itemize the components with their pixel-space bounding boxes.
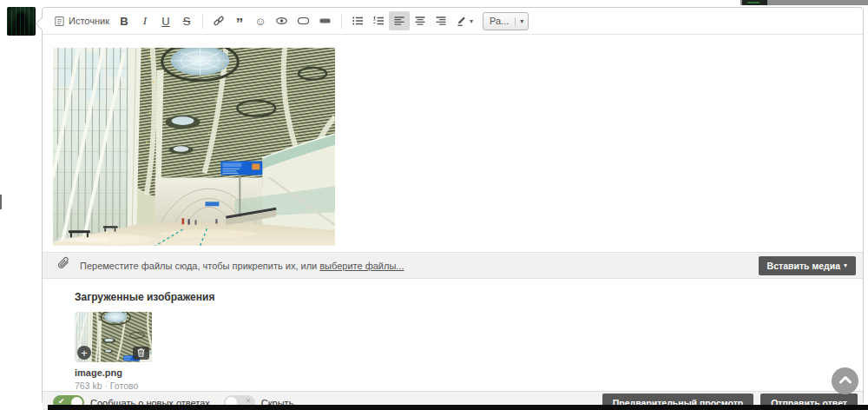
caret-down-icon: ▾ [515, 17, 528, 25]
uploads-section-title: Загруженные изображения [75, 291, 863, 303]
align-right-button[interactable] [431, 11, 451, 30]
uploaded-image-thumbnail[interactable]: + [75, 312, 152, 362]
plus-icon: + [81, 347, 88, 359]
text-color-button[interactable]: ▾ [451, 11, 477, 30]
preview-toggle-button[interactable] [271, 11, 293, 30]
smiley-icon: ☺ [254, 15, 266, 28]
user-avatar[interactable] [7, 7, 36, 36]
strikethrough-button[interactable]: S [176, 11, 197, 30]
choose-files-link[interactable]: выберите файлы... [319, 261, 404, 271]
marker-pen-icon [456, 15, 468, 27]
link-icon [213, 15, 225, 27]
numbered-list-button[interactable] [368, 11, 389, 30]
quote-icon: ” [236, 20, 244, 29]
caret-down-icon: ▾ [844, 261, 847, 269]
embedded-image[interactable] [53, 48, 335, 246]
editor-content-area[interactable] [43, 35, 863, 252]
left-edge-artifact [0, 195, 2, 209]
speech-bubble-icon [297, 15, 310, 27]
align-right-icon [435, 15, 447, 27]
align-left-icon [393, 15, 405, 27]
spoiler-button[interactable] [293, 11, 314, 30]
uploaded-file-meta: 763 kb · Готово [75, 380, 863, 391]
insert-media-label: Вставить медиа [767, 261, 840, 271]
source-icon [54, 16, 65, 27]
top-edge-artifact [740, 0, 868, 5]
top-edge-dark-block [742, 0, 767, 5]
source-button[interactable]: Источник [49, 11, 114, 30]
paperclip-icon [56, 256, 71, 274]
scroll-to-top-button[interactable] [832, 367, 858, 394]
toolbar-separator [341, 14, 342, 29]
eye-icon [275, 15, 288, 27]
source-label: Источник [69, 16, 109, 26]
italic-button[interactable]: I [135, 11, 155, 30]
bold-button[interactable]: B [114, 11, 135, 30]
insert-image-button[interactable]: + [77, 346, 91, 360]
format-dropdown-value: Ра... [483, 16, 515, 26]
underline-button[interactable]: U [155, 11, 176, 30]
attachment-dropzone[interactable]: Переместите файлы сюда, чтобы прикрепить… [43, 252, 863, 279]
reply-editor-panel: Источник B I U S ” ☺ [42, 7, 864, 405]
insert-media-button[interactable]: Вставить медиа ▾ [759, 256, 856, 275]
trash-icon [137, 347, 145, 360]
editor-toolbar: Источник B I U S ” ☺ [43, 8, 863, 35]
button-insert-button[interactable] [314, 11, 336, 30]
wide-button-icon [319, 15, 332, 27]
link-button[interactable] [208, 11, 229, 30]
emoji-button[interactable]: ☺ [250, 11, 271, 30]
format-dropdown[interactable]: Ра... ▾ [483, 12, 529, 30]
bottom-edge-artifact [48, 405, 868, 410]
dropzone-text: Переместите файлы сюда, чтобы прикрепить… [80, 261, 317, 271]
align-left-button[interactable] [389, 11, 410, 30]
list-ol-icon [372, 15, 385, 27]
toolbar-separator [202, 14, 203, 29]
bulleted-list-button[interactable] [347, 11, 368, 30]
list-ul-icon [352, 15, 364, 27]
page: Источник B I U S ” ☺ [0, 0, 868, 410]
uploaded-file-name: image.png [75, 367, 863, 378]
chevron-up-icon [838, 374, 852, 387]
quote-button[interactable]: ” [229, 11, 250, 30]
align-center-button[interactable] [410, 11, 431, 30]
uploaded-images-section: Загруженные изображения + image.png 763 … [43, 279, 863, 391]
delete-image-button[interactable] [133, 347, 149, 360]
caret-down-icon: ▾ [470, 17, 473, 25]
align-center-icon [414, 15, 426, 27]
